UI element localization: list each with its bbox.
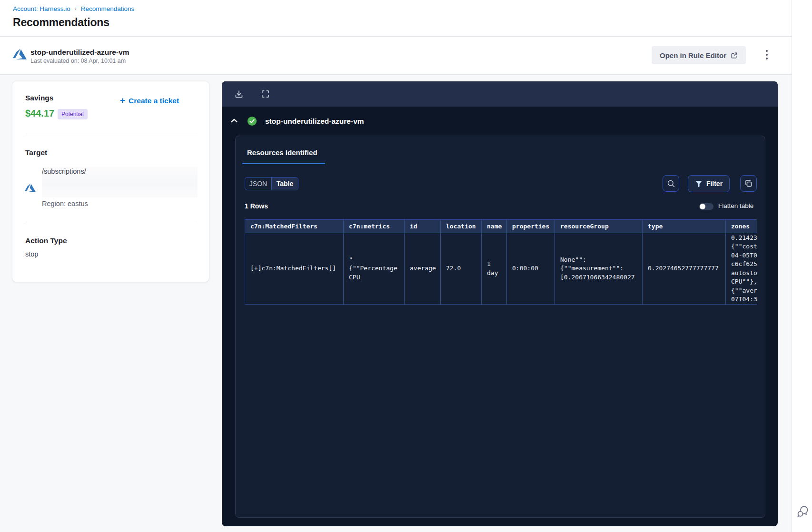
- plus-icon: +: [120, 96, 125, 105]
- search-button[interactable]: [663, 175, 679, 192]
- col-header-resource-group: resourceGroup: [555, 220, 643, 233]
- copy-button[interactable]: [740, 175, 757, 192]
- col-header-location: location: [441, 220, 482, 233]
- resources-card: Resources Identified JSON Table Filter 1…: [235, 136, 765, 518]
- col-header-id: id: [405, 220, 441, 233]
- table-header-row: c7n:MatchedFilters c7n:metrics id locati…: [245, 220, 757, 233]
- breadcrumb-separator-icon: ›: [75, 5, 77, 12]
- cell-resource-group: None"": {""measurement"": [0.20671066342…: [555, 233, 643, 305]
- open-in-rule-editor-button[interactable]: Open in Rule Editor: [652, 46, 746, 64]
- recommendation-last-evaluated: Last evaluated on: 08 Apr, 10:01 am: [30, 58, 126, 64]
- results-toolbar: [222, 81, 778, 107]
- download-icon[interactable]: [234, 89, 244, 99]
- flatten-table-label: Flatten table: [718, 202, 753, 209]
- col-header-metrics: c7n:metrics: [344, 220, 405, 233]
- table-row: [+]c7n:MatchedFilters[] " {""Percentage …: [245, 233, 757, 305]
- create-ticket-button[interactable]: + Create a ticket: [120, 96, 179, 105]
- col-header-matched-filters: c7n:MatchedFilters: [245, 220, 344, 233]
- filter-label: Filter: [706, 180, 723, 187]
- divider: [25, 134, 198, 134]
- breadcrumb-recommendations-link[interactable]: Recommendations: [81, 5, 135, 12]
- savings-label: Savings: [25, 94, 53, 102]
- resources-table-wrapper: c7n:MatchedFilters c7n:metrics id locati…: [245, 219, 757, 305]
- action-type-label: Action Type: [25, 236, 67, 245]
- view-toggle-table[interactable]: Table: [271, 177, 298, 190]
- col-header-properties: properties: [507, 220, 555, 233]
- external-link-icon: [731, 52, 738, 59]
- view-toggle: JSON Table: [245, 177, 298, 190]
- cell-metrics: " {""Percentage CPU: [344, 233, 405, 305]
- tab-resources-identified[interactable]: Resources Identified: [247, 148, 317, 157]
- azure-icon: [25, 182, 36, 193]
- results-panel: stop-underutilized-azure-vm Resources Id…: [222, 81, 778, 526]
- cell-location: 72.0: [441, 233, 482, 305]
- col-header-type: type: [643, 220, 726, 233]
- savings-card: Savings + Create a ticket $44.17 Potenti…: [12, 81, 209, 282]
- divider: [25, 222, 198, 222]
- recommendation-header: stop-underutilized-azure-vm Last evaluat…: [0, 37, 792, 75]
- cell-name: 1 day: [482, 233, 507, 305]
- fullscreen-icon[interactable]: [261, 89, 270, 99]
- page-title: Recommendations: [13, 16, 109, 29]
- potential-badge: Potential: [58, 109, 88, 119]
- target-region: Region: eastus: [42, 200, 88, 207]
- filter-button[interactable]: Filter: [688, 175, 730, 192]
- resources-table: c7n:MatchedFilters c7n:metrics id locati…: [245, 219, 757, 305]
- tab-underline: [242, 163, 325, 164]
- check-circle-icon: [247, 116, 257, 126]
- breadcrumb: Account: Harness.io › Recommendations: [13, 5, 134, 12]
- search-icon: [667, 179, 675, 188]
- cell-type: 0.20274652777777777: [643, 233, 726, 305]
- target-path: /subscriptions/: [42, 167, 86, 175]
- cell-matched-filters-expand[interactable]: [+]c7n:MatchedFilters[]: [245, 233, 344, 305]
- recommendation-name: stop-underutilized-azure-vm: [30, 48, 129, 57]
- panel-rule-title: stop-underutilized-azure-vm: [265, 117, 364, 126]
- col-header-name: name: [482, 220, 507, 233]
- savings-amount: $44.17: [25, 108, 54, 119]
- action-type-value: stop: [25, 250, 38, 258]
- azure-icon: [13, 47, 27, 61]
- open-in-rule-editor-label: Open in Rule Editor: [660, 51, 726, 59]
- view-toggle-json[interactable]: JSON: [245, 177, 271, 190]
- filter-funnel-icon: [695, 180, 703, 187]
- breadcrumb-account-link[interactable]: Account: Harness.io: [13, 5, 70, 12]
- kebab-menu-icon[interactable]: [762, 48, 772, 61]
- cell-zones: 0.21423611, {""cost"": 04-05T04:30 c6cf6…: [726, 233, 757, 305]
- right-rail: [792, 0, 812, 532]
- cell-properties: 0:00:00: [507, 233, 555, 305]
- copy-icon: [744, 179, 753, 188]
- col-header-zones: zones: [726, 220, 757, 233]
- flatten-table-toggle[interactable]: [699, 203, 713, 210]
- create-ticket-label: Create a ticket: [129, 97, 179, 105]
- target-label: Target: [25, 148, 47, 157]
- rows-count: 1 Rows: [245, 202, 268, 210]
- cell-id: average: [405, 233, 441, 305]
- page-header: Account: Harness.io › Recommendations Re…: [0, 0, 792, 37]
- collapse-chevron-up-icon[interactable]: [230, 118, 239, 124]
- chat-bubbles-icon[interactable]: [796, 504, 809, 517]
